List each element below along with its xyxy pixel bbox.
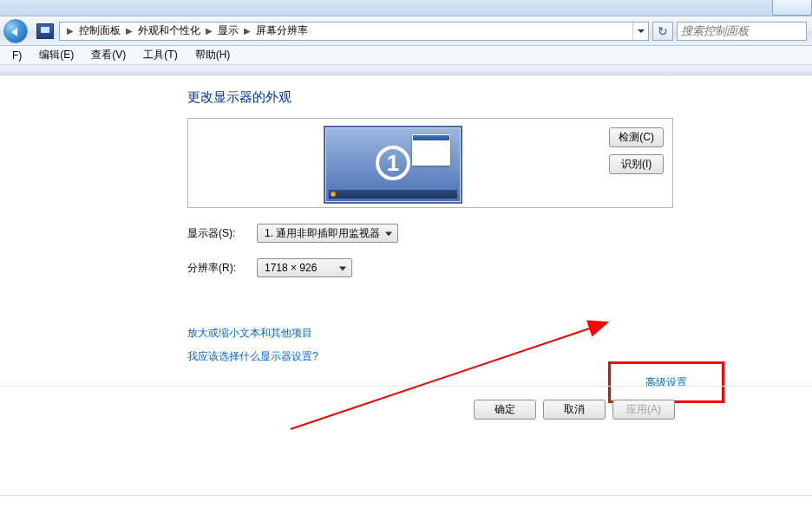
chevron-right-icon: ▶: [65, 26, 75, 36]
toolbar: [0, 65, 812, 75]
status-bar: [0, 495, 812, 514]
menu-help[interactable]: 帮助(H): [187, 46, 239, 64]
resolution-select[interactable]: 1718 × 926: [257, 258, 352, 277]
menu-file[interactable]: F): [3, 48, 30, 63]
navigation-bar: ▶ 控制面板 ▶ 外观和个性化 ▶ 显示 ▶ 屏幕分辨率 ↻: [0, 16, 812, 46]
content-area: 更改显示器的外观 1 检测(C) 识别(I) 显示器(S): 1. 通用非即插即…: [0, 75, 812, 474]
menu-edit[interactable]: 编辑(E): [30, 46, 82, 64]
display-select-value: 1. 通用非即插即用监视器: [265, 226, 380, 241]
ok-button[interactable]: 确定: [474, 400, 536, 420]
breadcrumb-item[interactable]: 屏幕分辨率: [252, 23, 311, 38]
menu-bar: F) 编辑(E) 查看(V) 工具(T) 帮助(H): [0, 46, 812, 65]
identify-button[interactable]: 识别(I): [609, 154, 664, 174]
resolution-select-label: 分辨率(R):: [187, 261, 257, 276]
monitor-number-badge: 1: [376, 146, 410, 180]
monitor-preview-window-icon: [412, 134, 450, 166]
monitor-1-preview[interactable]: 1: [324, 126, 462, 204]
resolution-select-value: 1718 × 926: [265, 262, 317, 274]
breadcrumb[interactable]: ▶ 控制面板 ▶ 外观和个性化 ▶ 显示 ▶ 屏幕分辨率: [59, 22, 649, 41]
search-input[interactable]: [677, 22, 807, 41]
control-panel-icon: [36, 23, 54, 39]
text-scaling-link[interactable]: 放大或缩小文本和其他项目: [187, 326, 812, 341]
window-minimize-button[interactable]: [772, 0, 812, 16]
monitor-preview-taskbar-icon: [329, 190, 457, 198]
advanced-settings-link[interactable]: 高级设置: [645, 375, 687, 390]
menu-view[interactable]: 查看(V): [82, 46, 134, 64]
back-button[interactable]: [3, 19, 28, 43]
chevron-right-icon: ▶: [242, 26, 252, 36]
display-select[interactable]: 1. 通用非即插即用监视器: [257, 224, 398, 243]
detect-button[interactable]: 检测(C): [609, 127, 664, 147]
menu-tools[interactable]: 工具(T): [134, 46, 186, 64]
chevron-right-icon: ▶: [204, 26, 214, 36]
breadcrumb-item[interactable]: 显示: [214, 23, 242, 38]
display-help-link[interactable]: 我应该选择什么显示器设置?: [187, 349, 812, 364]
display-select-label: 显示器(S):: [187, 226, 257, 241]
breadcrumb-item[interactable]: 控制面板: [75, 23, 124, 38]
apply-button[interactable]: 应用(A): [612, 400, 675, 420]
chevron-right-icon: ▶: [124, 26, 134, 36]
refresh-button[interactable]: ↻: [652, 22, 673, 41]
page-title: 更改显示器的外观: [187, 89, 812, 106]
breadcrumb-dropdown[interactable]: [632, 23, 648, 40]
breadcrumb-item[interactable]: 外观和个性化: [134, 23, 204, 38]
divider: [0, 386, 812, 387]
window-titlebar: [0, 0, 812, 16]
display-arrangement-box[interactable]: 1 检测(C) 识别(I): [187, 118, 673, 208]
cancel-button[interactable]: 取消: [543, 400, 606, 420]
